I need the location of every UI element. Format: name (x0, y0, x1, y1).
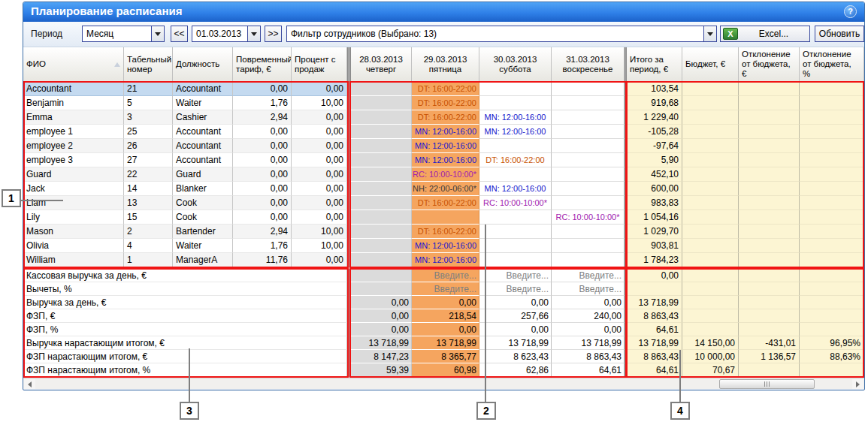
column-header-budget-deviation-eur[interactable]: Отклонение от бюджета, € (739, 47, 800, 82)
shift-cell[interactable] (479, 167, 552, 182)
employee-row[interactable]: Accountant21Accountant0,000,00DT: 16:00-… (23, 82, 864, 96)
employee-position: Blanker (173, 182, 233, 196)
employee-row[interactable]: William1ManagerA11,760,00MN: 12:00-16:00… (23, 253, 864, 267)
employee-row[interactable]: Liam13Cook0,000,00DT: 16:00-22:00RC: 10:… (23, 196, 864, 210)
employee-row[interactable]: Mason2Bartender2,9410,00DT: 16:00-22:001… (23, 225, 864, 239)
shift-cell[interactable]: MN: 12:00-16:00 (412, 239, 479, 253)
summary-day-cell[interactable]: Введите... (552, 269, 625, 282)
shift-cell[interactable]: DT: 16:00-22:00 (412, 110, 479, 125)
shift-cell[interactable]: RC: 10:00-10:00* (412, 167, 479, 182)
shift-cell[interactable] (351, 110, 412, 125)
scroll-left-button[interactable] (24, 379, 35, 389)
date-select[interactable]: 01.03.2013 (192, 26, 261, 42)
shift-cell[interactable] (552, 125, 625, 139)
shift-cell[interactable] (351, 139, 412, 153)
shift-cell[interactable] (552, 82, 625, 96)
shift-cell[interactable] (479, 139, 552, 153)
shift-cell[interactable]: MN: 12:00-16:00 (479, 182, 552, 196)
employee-row[interactable]: Emma3Cashier2,940,00DT: 16:00-22:00MN: 1… (23, 110, 864, 125)
column-header-name[interactable]: ФИО (23, 47, 124, 82)
shift-cell[interactable]: MN: 12:00-16:00 (412, 153, 479, 167)
shift-cell[interactable] (552, 153, 625, 167)
column-header-budget[interactable]: Бюджет, € (682, 47, 739, 82)
shift-cell[interactable]: MN: 12:00-16:00 (412, 253, 479, 267)
shift-cell[interactable] (552, 167, 625, 182)
column-header-date-2[interactable]: 30.03.2013суббота (479, 47, 552, 82)
shift-cell[interactable] (552, 239, 625, 253)
period-select[interactable]: Месяц (82, 26, 165, 42)
help-icon[interactable]: ? (844, 5, 857, 18)
excel-export-button[interactable]: X Excel... (720, 26, 810, 42)
chevron-down-icon[interactable] (247, 26, 260, 41)
shift-cell[interactable] (479, 225, 552, 239)
next-period-button[interactable]: >> (265, 26, 282, 42)
shift-cell[interactable]: DT: 16:00-22:00 (412, 82, 479, 96)
employee-row[interactable]: Benjamin5Waiter1,7610,00DT: 16:00-22:009… (23, 96, 864, 110)
column-header-sales-percent[interactable]: Процент с продаж (292, 47, 347, 82)
shift-cell[interactable]: MN: 12:00-16:00 (412, 125, 479, 139)
column-header-date-1[interactable]: 29.03.2013пятница (412, 47, 479, 82)
shift-cell[interactable]: MN: 12:00-16:00 (479, 110, 552, 125)
shift-cell[interactable] (552, 225, 625, 239)
scrollbar-thumb[interactable] (719, 379, 815, 389)
shift-cell[interactable]: MN: 12:00-16:00 (479, 125, 552, 139)
employee-row[interactable]: Guard22Guard0,000,00RC: 10:00-10:00*452,… (23, 167, 864, 182)
shift-cell[interactable] (552, 196, 625, 210)
employee-row[interactable]: employee 226Accountant0,000,00MN: 12:00-… (23, 139, 864, 153)
summary-day-cell[interactable]: Введите... (412, 269, 479, 282)
employee-row[interactable]: Olivia4Waiter1,7610,00MN: 12:00-16:00903… (23, 239, 864, 253)
shift-cell[interactable] (479, 253, 552, 267)
column-header-id[interactable]: Табельный номер (124, 47, 173, 82)
shift-cell[interactable]: RC: 10:00-10:00* (479, 196, 552, 210)
refresh-button[interactable]: Обновить (815, 26, 864, 42)
shift-cell[interactable]: DT: 16:00-22:00 (412, 96, 479, 110)
chevron-down-icon[interactable] (151, 26, 164, 41)
shift-cell[interactable] (552, 110, 625, 125)
shift-cell[interactable] (351, 82, 412, 96)
shift-cell[interactable] (479, 96, 552, 110)
column-header-position[interactable]: Должность (173, 47, 233, 82)
shift-cell[interactable] (351, 196, 412, 210)
horizontal-scrollbar[interactable] (23, 378, 864, 389)
shift-cell[interactable] (351, 96, 412, 110)
shift-cell[interactable] (351, 239, 412, 253)
shift-cell[interactable] (479, 239, 552, 253)
shift-cell[interactable] (351, 167, 412, 182)
shift-cell[interactable] (351, 125, 412, 139)
shift-cell[interactable]: MN: 12:00-16:00 (412, 139, 479, 153)
shift-cell[interactable]: DT: 16:00-22:00 (412, 225, 479, 239)
chevron-down-icon[interactable] (703, 26, 716, 41)
shift-cell[interactable] (351, 210, 412, 225)
shift-cell[interactable] (552, 139, 625, 153)
shift-cell[interactable] (351, 182, 412, 196)
employee-row[interactable]: Lily15Cook0,000,00RC: 10:00-10:00*1 054,… (23, 210, 864, 225)
shift-cell[interactable] (351, 253, 412, 267)
scroll-right-button[interactable] (852, 379, 863, 389)
summary-day-cell[interactable]: Введите... (552, 282, 625, 296)
employee-row[interactable]: employee 125Accountant0,000,00MN: 12:00-… (23, 125, 864, 139)
prev-period-button[interactable]: << (171, 26, 188, 42)
employee-row[interactable]: Jack14Blanker0,000,00NH: 22:00-06:00*MN:… (23, 182, 864, 196)
shift-cell[interactable] (479, 210, 552, 225)
shift-cell[interactable]: DT: 16:00-22:00 (479, 153, 552, 167)
shift-cell[interactable] (552, 182, 625, 196)
shift-cell[interactable] (351, 153, 412, 167)
column-header-date-0[interactable]: 28.03.2013четверг (351, 47, 412, 82)
shift-cell[interactable]: RC: 10:00-10:00* (552, 210, 625, 225)
summary-day-cell[interactable]: Введите... (479, 269, 552, 282)
shift-cell[interactable] (412, 210, 479, 225)
shift-cell[interactable]: NH: 22:00-06:00* (412, 182, 479, 196)
column-header-budget-deviation-pct[interactable]: Отклонение от бюджета, % (800, 47, 864, 82)
employee-filter-select[interactable]: Фильтр сотрудников (Выбрано: 13) (286, 26, 717, 42)
employee-row[interactable]: employee 327Accountant0,000,00MN: 12:00-… (23, 153, 864, 167)
column-header-total-period[interactable]: Итого за период, € (627, 47, 682, 82)
shift-cell[interactable]: DT: 16:00-22:00 (412, 196, 479, 210)
summary-day-cell[interactable]: Введите... (412, 282, 479, 296)
shift-cell[interactable] (351, 225, 412, 239)
summary-day-cell[interactable]: Введите... (479, 282, 552, 296)
shift-cell[interactable] (479, 82, 552, 96)
column-header-rate[interactable]: Повременный тариф, € (233, 47, 292, 82)
shift-cell[interactable] (552, 96, 625, 110)
column-header-date-3[interactable]: 31.03.2013воскресенье (552, 47, 625, 82)
shift-cell[interactable] (552, 253, 625, 267)
